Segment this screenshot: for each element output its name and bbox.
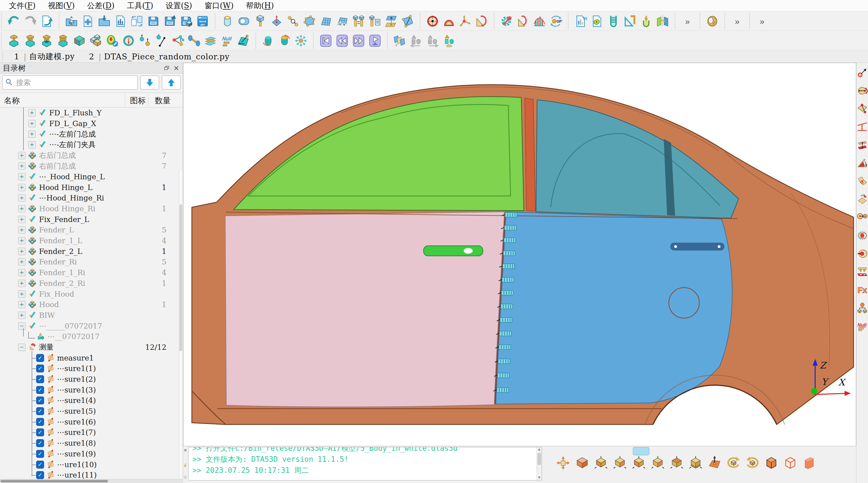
visibility-checkbox[interactable]: ✓	[36, 386, 44, 394]
expander-icon[interactable]: −	[18, 344, 25, 351]
tree-row[interactable]: +Fender_2_L1	[0, 246, 183, 257]
add-surface-feature-icon[interactable]	[318, 13, 334, 29]
search-prev-button[interactable]	[162, 76, 181, 90]
explode-view-icon[interactable]	[293, 32, 309, 49]
menu-window[interactable]: 窗口(W)	[198, 1, 240, 11]
pan-view-icon[interactable]	[556, 455, 571, 471]
tree-row[interactable]: +右后门总成7	[0, 150, 183, 161]
save-icon[interactable]	[145, 13, 162, 29]
tree-row[interactable]: +Hood Hinge_L1	[0, 182, 183, 193]
undo-icon[interactable]	[6, 13, 22, 29]
simulation-forward-button-icon[interactable]	[350, 32, 367, 49]
fixture-measure-icon[interactable]	[857, 266, 868, 277]
console-collapse-icon[interactable]	[183, 475, 188, 480]
rotate-component-y-icon[interactable]	[276, 32, 293, 49]
ring-feature-icon[interactable]	[704, 13, 720, 29]
expander-icon[interactable]: +	[18, 269, 25, 276]
runout-measure-icon[interactable]	[857, 248, 868, 259]
tree-row[interactable]: −测量12/12	[0, 342, 183, 352]
parallel-distance-measure-icon[interactable]	[857, 122, 868, 132]
3d-viewport[interactable]: Z Y X	[183, 63, 856, 446]
search-input[interactable]	[16, 78, 135, 87]
surface-point-measure-icon[interactable]	[857, 104, 868, 114]
mirror-component-icon[interactable]	[654, 13, 671, 29]
tree-row[interactable]: +⋯-左前门总成	[0, 129, 183, 139]
more-tools-1-icon[interactable]: »	[679, 13, 695, 29]
tree-row[interactable]: ✓⋯sure1(9)	[0, 449, 183, 459]
menu-view[interactable]: 视图(V)	[42, 1, 81, 11]
visibility-checkbox[interactable]: ✓	[36, 428, 44, 436]
assembly-cube-icon[interactable]	[88, 32, 104, 49]
add-pin-feature-icon[interactable]	[252, 13, 269, 29]
visibility-checkbox[interactable]: ✓	[36, 471, 44, 479]
hierarchy-measure-icon[interactable]	[857, 303, 868, 313]
tree-row[interactable]: ⋯__07072017	[0, 331, 183, 342]
add-cylinder-feature-icon[interactable]	[219, 13, 236, 29]
deviation-heatmap-icon[interactable]	[104, 32, 120, 49]
tree-row[interactable]: +BIW	[0, 310, 183, 321]
rotate-component-x-icon[interactable]	[260, 32, 276, 49]
expander-icon[interactable]: +	[18, 226, 25, 234]
tree-row[interactable]: +Fender_1_L4	[0, 235, 183, 246]
redo-icon[interactable]	[22, 13, 38, 29]
visibility-checkbox[interactable]: ✓	[36, 354, 44, 362]
add-dome-feature-icon[interactable]	[441, 13, 457, 29]
rotate-cw-view-icon[interactable]	[726, 455, 741, 471]
visibility-checkbox[interactable]: ✓	[36, 439, 44, 447]
shaded-view-icon[interactable]	[802, 455, 817, 471]
save-as-icon[interactable]	[162, 13, 178, 29]
tree-row[interactable]: +Fender_L5	[0, 225, 183, 235]
tree-row[interactable]: +Fender_2_Ri1	[0, 278, 183, 289]
contact-analysis-icon[interactable]	[605, 13, 622, 29]
isometric-view-icon[interactable]	[575, 455, 590, 471]
import-model-icon[interactable]	[96, 13, 113, 29]
point-vector-1-icon[interactable]	[137, 32, 153, 49]
search-next-button[interactable]	[141, 76, 159, 90]
tree-row[interactable]: +Fix_Hood	[0, 289, 183, 300]
heatmap-report-icon[interactable]	[589, 13, 605, 29]
relation-network-icon[interactable]	[169, 32, 186, 49]
right-view-icon[interactable]	[650, 455, 665, 471]
left-view-icon[interactable]	[631, 455, 647, 471]
expander-icon[interactable]: +	[28, 141, 36, 148]
null-measure-icon[interactable]: Null	[857, 321, 868, 332]
bolt-two-pin-icon[interactable]	[22, 32, 38, 49]
tree-row[interactable]: +Fix_Fender_L	[0, 214, 183, 225]
point-rotation-measure-icon[interactable]	[857, 194, 868, 205]
car-model[interactable]: Z Y X	[183, 63, 856, 446]
panel-toggle-button[interactable]	[633, 447, 649, 455]
expander-icon[interactable]: +	[18, 184, 25, 191]
tree-row[interactable]: ✓⋯sure1(1)	[0, 363, 183, 374]
bolt-one-pin-icon[interactable]	[6, 32, 22, 49]
point-distance-measure-icon[interactable]	[857, 67, 868, 78]
simulation-play-button-icon[interactable]	[367, 32, 383, 49]
visibility-checkbox[interactable]: ✓	[36, 450, 44, 458]
compare-report-icon[interactable]	[129, 13, 145, 29]
add-point-feature-icon[interactable]	[269, 13, 285, 29]
menu-tools[interactable]: 工具(T)	[121, 1, 159, 11]
align-left-icon[interactable]	[408, 32, 424, 49]
tree-row[interactable]: ✓⋯sure1(3)	[0, 385, 183, 395]
console-clear-icon[interactable]	[183, 463, 188, 467]
tree-row[interactable]: +⋯-左前门夹具	[0, 139, 183, 150]
simulation-rewind-button-icon[interactable]	[334, 32, 350, 49]
dihedral-angle-measure-icon[interactable]	[857, 176, 868, 187]
close-panel-icon[interactable]	[173, 64, 180, 72]
simulation-start-button-icon[interactable]	[318, 32, 334, 49]
expander-icon[interactable]: +	[18, 312, 25, 319]
add-polygon-feature-icon[interactable]	[301, 13, 318, 29]
interference-check-icon[interactable]	[441, 32, 457, 49]
angle-measure-icon[interactable]	[857, 158, 868, 169]
tree-row[interactable]: ✓⋯ure1(11)	[0, 470, 183, 480]
tree-row[interactable]: ✓⋯sure1(6)	[0, 417, 183, 427]
float-panel-icon[interactable]	[163, 64, 170, 72]
expander-icon[interactable]: +	[18, 216, 25, 223]
random-color-icon[interactable]	[71, 32, 88, 49]
menu-settings[interactable]: 设置(S)	[159, 1, 198, 11]
concentricity-measure-icon[interactable]	[857, 212, 868, 223]
expander-icon[interactable]: +	[28, 109, 36, 116]
statistics-analysis-icon[interactable]	[531, 13, 548, 29]
coordinate-system-icon[interactable]	[457, 13, 473, 29]
new-model-icon[interactable]	[80, 13, 96, 29]
save-model-icon[interactable]	[178, 13, 194, 29]
